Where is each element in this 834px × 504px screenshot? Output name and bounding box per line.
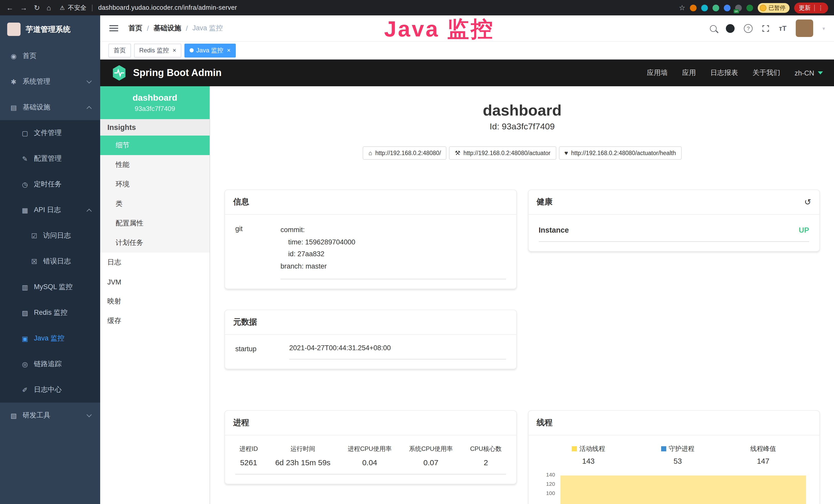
threads-legend: 活动线程 143 守护进程 53 <box>539 444 809 465</box>
legend-value: 53 <box>661 457 694 465</box>
process-value: 0.07 <box>409 458 453 466</box>
git-commit-line: commit: <box>281 224 506 236</box>
hamburger-icon[interactable] <box>109 28 118 29</box>
sidebar-item-label: MySQL 监控 <box>34 282 73 292</box>
extension-icon[interactable] <box>712 4 719 11</box>
sba-item-classes[interactable]: 类 <box>100 194 210 214</box>
help-icon[interactable]: ? <box>744 24 752 32</box>
threads-chart: 140 120 100 <box>539 473 809 504</box>
page-title: dashboard <box>210 102 834 119</box>
sba-item-environment[interactable]: 环境 <box>100 175 210 194</box>
cards-grid: 信息 git commit: time: 1596289704000 id: 2… <box>210 160 834 504</box>
trace-icon: ◎ <box>21 360 29 368</box>
extension-icon[interactable]: on <box>735 4 742 11</box>
browser-menu-icon[interactable]: ⋮ <box>814 4 824 11</box>
metadata-row: startup 2021-04-27T00:44:31.254+08:00 <box>235 344 506 359</box>
github-icon[interactable] <box>726 24 734 32</box>
sidebar-item-log-center[interactable]: ✐ 日志中心 <box>0 377 100 403</box>
tab-java-monitor[interactable]: Java 监控 × <box>184 43 236 57</box>
locale-selector[interactable]: zh-CN <box>794 69 823 77</box>
legend-value: 147 <box>750 457 776 465</box>
file-icon: ▢ <box>21 129 29 137</box>
root-url-link[interactable]: ⌂ http://192.168.0.2:48080/ <box>363 146 447 160</box>
sidebar-item-config-management[interactable]: ✎ 配置管理 <box>0 146 100 171</box>
app-logo-row[interactable]: 芋道管理系统 <box>0 16 100 43</box>
card-title: 健康 <box>536 197 552 207</box>
chevron-down-icon <box>87 78 92 83</box>
url-text[interactable]: dashboard.yudao.iocoder.cn/infra/admin-s… <box>98 4 237 11</box>
extension-icon[interactable] <box>701 4 708 11</box>
sba-nav-about[interactable]: 关于我们 <box>752 68 780 77</box>
sidebar-item-api-logs[interactable]: ▦ API 日志 <box>0 197 100 223</box>
tab-redis-monitor[interactable]: Redis 监控 × <box>134 43 181 57</box>
paused-badge[interactable]: 已暂停 <box>758 3 790 13</box>
sba-body: dashboard 93a3fc7f7409 Insights 细节 性能 环境… <box>100 86 834 504</box>
health-url-link[interactable]: ♥ http://192.168.0.2:48080/actuator/heal… <box>559 146 681 160</box>
sidebar-item-label: 错误日志 <box>43 257 71 266</box>
sidebar-item-redis-monitor[interactable]: ▨ Redis 监控 <box>0 300 100 325</box>
breadcrumb-infrastructure[interactable]: 基础设施 <box>154 24 181 33</box>
home-icon: ⌂ <box>369 150 372 157</box>
sba-item-logs[interactable]: 日志 <box>100 253 210 272</box>
browser-home-icon[interactable]: ⌂ <box>46 4 51 11</box>
chevron-up-icon <box>87 106 92 111</box>
y-axis-tick: 100 <box>539 489 555 496</box>
error-log-icon: ☒ <box>30 257 39 265</box>
tab-home[interactable]: 首页 <box>108 43 131 57</box>
bookmark-star-icon[interactable]: ☆ <box>679 4 685 11</box>
address-bar[interactable]: ⚠ 不安全 dashboard.yudao.iocoder.cn/infra/a… <box>60 3 237 12</box>
sba-item-mappings[interactable]: 映射 <box>100 292 210 311</box>
sidebar-item-label: 定时任务 <box>34 180 62 189</box>
sba-item-performance[interactable]: 性能 <box>100 155 210 175</box>
security-label[interactable]: 不安全 <box>68 3 86 12</box>
search-icon[interactable] <box>710 25 717 31</box>
sba-item-details[interactable]: 细节 <box>100 136 210 155</box>
sidebar-item-file-management[interactable]: ▢ 文件管理 <box>0 120 100 146</box>
extension-icon[interactable] <box>746 4 753 11</box>
tab-label: 首页 <box>113 46 126 55</box>
forward-icon[interactable]: → <box>20 4 27 11</box>
sba-nav-wall[interactable]: 应用墙 <box>647 68 667 77</box>
sidebar-item-mysql-monitor[interactable]: ▥ MySQL 监控 <box>0 274 100 300</box>
sidebar-item-tracing[interactable]: ◎ 链路追踪 <box>0 351 100 377</box>
sidebar-item-java-monitor[interactable]: ▣ Java 监控 <box>0 325 100 351</box>
sba-item-scheduled[interactable]: 计划任务 <box>100 233 210 253</box>
sba-nav-applications[interactable]: 应用 <box>682 68 696 77</box>
sidebar-item-error-logs[interactable]: ☒ 错误日志 <box>0 249 100 274</box>
link-label: http://192.168.0.2:48080/actuator/health <box>571 150 676 156</box>
close-icon[interactable]: × <box>227 47 231 54</box>
sidebar-item-system-management[interactable]: ✱ 系统管理 <box>0 69 100 94</box>
sidebar-item-dev-tools[interactable]: ▧ 研发工具 <box>0 403 100 428</box>
header-actions: ? тT ▾ <box>710 20 825 37</box>
legend-label: 线程峰值 <box>750 444 776 453</box>
sba-sidebar: dashboard 93a3fc7f7409 Insights 细节 性能 环境… <box>100 86 210 504</box>
instance-header[interactable]: dashboard 93a3fc7f7409 <box>100 86 210 119</box>
health-status: UP <box>799 226 809 234</box>
breadcrumb-home[interactable]: 首页 <box>128 24 142 33</box>
info-key: git <box>235 224 281 279</box>
close-icon[interactable]: × <box>173 47 176 54</box>
sidebar-item-home[interactable]: ◉ 首页 <box>0 43 100 69</box>
avatar[interactable] <box>796 20 813 37</box>
back-icon[interactable]: ← <box>6 4 13 11</box>
extension-icon[interactable] <box>690 4 697 11</box>
sidebar-item-scheduled-tasks[interactable]: ◷ 定时任务 <box>0 171 100 197</box>
sba-item-jvm[interactable]: JVM <box>100 272 210 292</box>
sba-item-caches[interactable]: 缓存 <box>100 311 210 331</box>
extension-icon[interactable] <box>724 4 730 11</box>
spring-boot-admin-logo <box>111 65 127 81</box>
sba-item-config-props[interactable]: 配置属性 <box>100 214 210 233</box>
avatar-caret-icon[interactable]: ▾ <box>822 25 825 31</box>
breadcrumb: 首页 / 基础设施 / Java 监控 <box>128 24 223 33</box>
wrench-icon: ⚒ <box>455 150 461 157</box>
sidebar-item-access-logs[interactable]: ☑ 访问日志 <box>0 223 100 249</box>
sba-nav-journal[interactable]: 日志报表 <box>710 68 738 77</box>
process-card: 进程 进程ID 5261 运行时间 6d 23h 15m 59s <box>224 410 517 484</box>
history-icon[interactable]: ↺ <box>804 198 811 206</box>
reload-icon[interactable]: ↻ <box>34 4 40 11</box>
sidebar-item-infrastructure[interactable]: ▤ 基础设施 <box>0 94 100 120</box>
actuator-url-link[interactable]: ⚒ http://192.168.0.2:48080/actuator <box>449 146 556 160</box>
fullscreen-icon[interactable] <box>762 24 770 32</box>
update-button[interactable]: 更新 ⋮ <box>794 2 828 13</box>
font-size-icon[interactable]: тT <box>779 24 787 32</box>
